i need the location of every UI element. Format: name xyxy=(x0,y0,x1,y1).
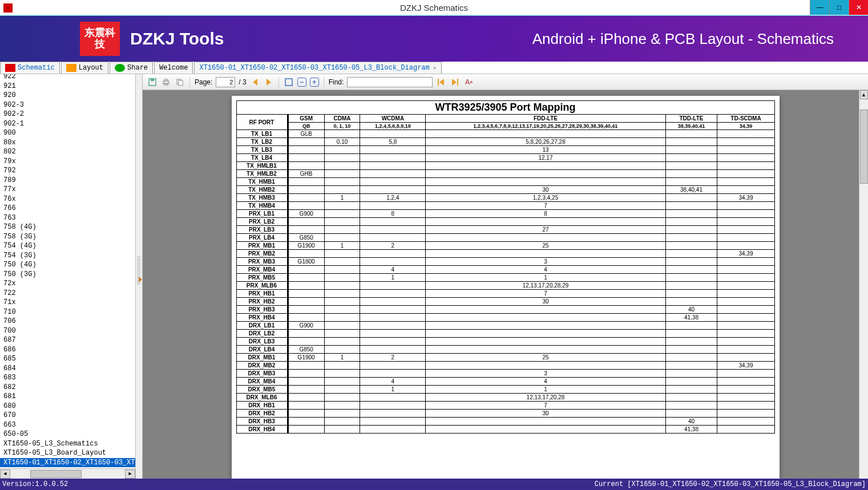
table-cell xyxy=(717,154,774,162)
tree-item[interactable]: XT1650-01_XT1650-02_XT1650-03_XT1650-05 xyxy=(0,458,135,468)
window-close-button[interactable]: ✕ xyxy=(849,0,868,15)
zoom-in-button[interactable]: + xyxy=(310,78,319,87)
tree-item[interactable]: 683 xyxy=(0,373,135,383)
table-cell xyxy=(717,210,774,218)
tab-schematic[interactable]: Schematic xyxy=(0,62,60,74)
scroll-left-icon[interactable]: ◄ xyxy=(0,469,10,479)
splitter-handle[interactable] xyxy=(136,74,143,479)
find-next-button[interactable] xyxy=(450,77,460,87)
table-cell xyxy=(324,370,360,378)
tree-item[interactable]: 754 (3G) xyxy=(0,251,135,261)
tree-item[interactable]: 650-05 xyxy=(0,430,135,439)
find-input[interactable] xyxy=(347,77,433,87)
tree-item[interactable]: 902-2 xyxy=(0,110,135,119)
copy-icon[interactable] xyxy=(175,77,185,87)
tree-item[interactable]: 789 xyxy=(0,176,135,185)
tree-item[interactable]: 682 xyxy=(0,383,135,392)
tree-item[interactable]: 722 xyxy=(0,289,135,298)
table-cell xyxy=(288,410,324,418)
tree-item[interactable]: 758 (3G) xyxy=(0,232,135,242)
collapse-icon xyxy=(139,277,142,282)
tree-item[interactable]: XT1650-05_L3_Schematics xyxy=(0,439,135,449)
vscroll-thumb[interactable] xyxy=(860,110,868,184)
scroll-up-icon[interactable]: ▲ xyxy=(860,90,868,99)
tree-item[interactable]: 920 xyxy=(0,91,135,100)
page-next-button[interactable] xyxy=(264,77,274,87)
scroll-thumb[interactable] xyxy=(30,470,82,478)
tree-item[interactable]: 902-3 xyxy=(0,100,135,110)
tree-item[interactable]: 80x xyxy=(0,138,135,148)
tree-item[interactable]: 758 (4G) xyxy=(0,222,135,232)
tree-item[interactable]: 700 xyxy=(0,326,135,336)
table-row: TX_HMLB1 xyxy=(236,162,774,170)
table-cell xyxy=(665,282,717,290)
table-cell xyxy=(360,186,426,194)
table-cell xyxy=(288,178,324,186)
table-cell xyxy=(426,330,665,338)
tree-item[interactable]: 754 (4G) xyxy=(0,241,135,251)
tree-item[interactable]: 921 xyxy=(0,82,135,91)
table-cell xyxy=(288,402,324,410)
tree-item[interactable]: 922 xyxy=(0,74,135,82)
scroll-right-icon[interactable]: ► xyxy=(125,469,135,479)
window-maximize-button[interactable]: □ xyxy=(829,0,849,15)
tree-item[interactable]: 750 (3G) xyxy=(0,270,135,280)
document-vscrollbar[interactable]: ▲ xyxy=(859,90,868,479)
sidebar-hscrollbar[interactable]: ◄ ► xyxy=(0,468,135,479)
tree-item[interactable]: 684 xyxy=(0,364,135,374)
zoom-out-button[interactable]: − xyxy=(297,78,306,87)
tree-item[interactable]: 681 xyxy=(0,392,135,402)
tree-item[interactable]: 685 xyxy=(0,354,135,364)
scroll-track[interactable] xyxy=(10,469,125,479)
tree-item[interactable]: 663 xyxy=(0,420,135,430)
tree-item[interactable]: 900 xyxy=(0,128,135,138)
document-viewport[interactable]: WTR3925/3905 Port MappingRF PORTGSMCDMAW… xyxy=(143,90,868,479)
window-minimize-button[interactable]: — xyxy=(810,0,829,15)
tree-item[interactable]: 792 xyxy=(0,166,135,176)
table-cell xyxy=(360,346,426,354)
text-size-button[interactable]: Aa xyxy=(463,77,474,87)
save-icon[interactable] xyxy=(147,77,158,87)
tree-item[interactable]: 902-1 xyxy=(0,119,135,129)
tree-item[interactable]: 687 xyxy=(0,335,135,345)
rfport-cell: DRX_MB4 xyxy=(236,378,288,386)
tree-item[interactable]: 766 xyxy=(0,204,135,213)
tree-item[interactable]: 710 xyxy=(0,307,135,317)
find-prev-button[interactable] xyxy=(436,77,446,87)
tree-item[interactable]: 680 xyxy=(0,402,135,411)
table-cell xyxy=(717,330,774,338)
tree-item[interactable]: 71x xyxy=(0,298,135,307)
tab-layout[interactable]: Layout xyxy=(61,62,108,74)
table-row: PRX_LB4G850 xyxy=(236,234,774,242)
tab-document[interactable]: XT1650-01_XT1650-02_XT1650-03_XT1650-05_… xyxy=(194,62,441,74)
tree-list[interactable]: 922921920902-3902-2902-190080x80279x7927… xyxy=(0,74,135,468)
tree-item[interactable]: 706 xyxy=(0,317,135,326)
table-cell xyxy=(288,378,324,386)
brand-logo: 东震科技 xyxy=(80,22,120,56)
table-cell xyxy=(426,162,665,170)
tab-welcome[interactable]: Welcome xyxy=(154,62,193,74)
tree-item[interactable]: 79x xyxy=(0,157,135,167)
table-cell xyxy=(288,306,324,314)
tab-share[interactable]: Share xyxy=(110,62,153,74)
table-cell xyxy=(324,178,360,186)
tree-item[interactable]: 763 xyxy=(0,213,135,223)
col-header: WCDMA xyxy=(360,115,426,123)
tree-item[interactable]: 750 (4G) xyxy=(0,260,135,270)
tree-item[interactable]: 686 xyxy=(0,345,135,355)
document-page: WTR3925/3905 Port MappingRF PORTGSMCDMAW… xyxy=(232,96,780,479)
tree-item[interactable]: 76x xyxy=(0,195,135,204)
fit-page-button[interactable] xyxy=(284,77,294,87)
table-row: DRX_MLB612,13,17,20,28 xyxy=(236,394,774,402)
table-cell xyxy=(426,306,665,314)
tree-item[interactable]: 802 xyxy=(0,147,135,157)
page-prev-button[interactable] xyxy=(250,77,260,87)
tree-item[interactable]: XT1650-05_L3_Board_Layout xyxy=(0,448,135,458)
print-icon[interactable] xyxy=(161,77,171,87)
tree-item[interactable]: 77x xyxy=(0,185,135,195)
tree-item[interactable]: 670 xyxy=(0,411,135,420)
page-number-input[interactable] xyxy=(216,77,235,87)
close-icon[interactable]: ✕ xyxy=(433,64,437,71)
table-cell xyxy=(665,274,717,282)
tree-item[interactable]: 72x xyxy=(0,279,135,289)
